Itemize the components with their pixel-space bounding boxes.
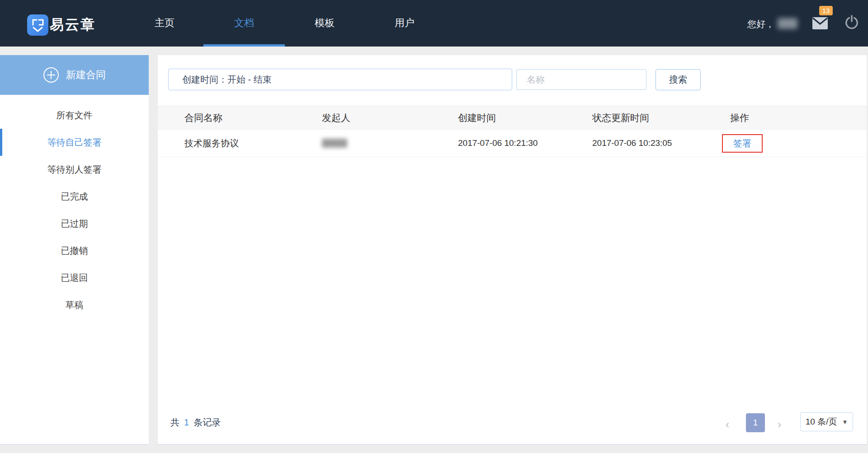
col-actions: 操作 bbox=[730, 112, 867, 124]
cell-status-updated-time: 2017-07-06 10:23:05 bbox=[592, 138, 730, 148]
new-contract-button[interactable]: 新建合同 bbox=[0, 55, 149, 95]
page-size-select[interactable]: 10 条/页 ▼ bbox=[800, 412, 853, 431]
chevron-down-icon: ▼ bbox=[842, 419, 848, 425]
plus-circle-icon bbox=[43, 67, 59, 83]
nav-tab-users[interactable]: 用户 bbox=[377, 16, 432, 30]
col-status-updated-time: 状态更新时间 bbox=[592, 112, 730, 124]
sidebar-item-completed[interactable]: 已完成 bbox=[0, 183, 149, 210]
brand-name: 易云章 bbox=[50, 15, 96, 34]
cell-contract-name: 技术服务协议 bbox=[184, 137, 322, 149]
user-name-redacted bbox=[778, 18, 797, 29]
top-navbar: 易云章 主页 文档 模板 用户 您好， 13 bbox=[0, 0, 868, 47]
sidebar-menu: 所有文件 等待自己签署 等待别人签署 已完成 已过期 已撤销 已退回 草稿 bbox=[0, 102, 149, 318]
sidebar-item-all-files[interactable]: 所有文件 bbox=[0, 102, 149, 129]
active-tab-underline bbox=[203, 44, 285, 47]
user-greeting: 您好， bbox=[747, 18, 774, 30]
col-created-time: 创建时间 bbox=[458, 112, 592, 124]
record-count-number: 1 bbox=[184, 417, 189, 427]
pagination-page-1[interactable]: 1 bbox=[746, 413, 765, 432]
contracts-table: 合同名称 发起人 创建时间 状态更新时间 操作 技术服务协议 2017-07-0… bbox=[158, 106, 867, 157]
cell-created-time: 2017-07-06 10:21:30 bbox=[458, 138, 592, 148]
new-contract-label: 新建合同 bbox=[66, 68, 106, 82]
sign-action-link[interactable]: 签署 bbox=[733, 138, 751, 148]
mail-count-badge: 13 bbox=[819, 6, 833, 15]
content-panel: 搜索 合同名称 发起人 创建时间 状态更新时间 操作 技术服务协议 2017-0… bbox=[158, 55, 867, 445]
date-range-input[interactable] bbox=[168, 69, 512, 90]
record-count-prefix: 共 bbox=[170, 417, 179, 427]
sidebar-item-drafts[interactable]: 草稿 bbox=[0, 291, 149, 318]
brand-logo-icon bbox=[27, 14, 48, 36]
pagination-prev-icon[interactable]: ‹ bbox=[726, 419, 729, 430]
col-initiator: 发起人 bbox=[322, 112, 458, 124]
sidebar-item-expired[interactable]: 已过期 bbox=[0, 210, 149, 237]
table-header-row: 合同名称 发起人 创建时间 状态更新时间 操作 bbox=[158, 106, 867, 130]
mail-icon[interactable] bbox=[812, 17, 828, 29]
page-size-value: 10 条/页 bbox=[806, 416, 837, 428]
col-contract-name: 合同名称 bbox=[184, 112, 322, 124]
sidebar-item-revoked[interactable]: 已撤销 bbox=[0, 237, 149, 264]
contract-name-input[interactable] bbox=[516, 69, 646, 90]
logout-power-icon[interactable] bbox=[844, 15, 859, 29]
pagination-next-icon[interactable]: › bbox=[778, 419, 781, 430]
nav-tab-home[interactable]: 主页 bbox=[137, 16, 192, 30]
cell-initiator-redacted bbox=[322, 139, 458, 148]
sidebar-item-returned[interactable]: 已退回 bbox=[0, 264, 149, 291]
sidebar-item-awaiting-others-signature[interactable]: 等待别人签署 bbox=[0, 156, 149, 183]
nav-tab-documents[interactable]: 文档 bbox=[217, 16, 271, 30]
record-count-suffix: 条记录 bbox=[193, 417, 221, 427]
record-count: 共1条记录 bbox=[170, 416, 221, 429]
seal-logo-glyph bbox=[27, 14, 48, 36]
sign-action-highlight-box: 签署 bbox=[722, 134, 763, 153]
sidebar-item-awaiting-my-signature[interactable]: 等待自己签署 bbox=[0, 129, 149, 156]
search-button[interactable]: 搜索 bbox=[656, 69, 701, 90]
nav-tab-templates[interactable]: 模板 bbox=[297, 16, 352, 30]
table-row: 技术服务协议 2017-07-06 10:21:30 2017-07-06 10… bbox=[158, 130, 867, 157]
sidebar: 新建合同 所有文件 等待自己签署 等待别人签署 已完成 已过期 已撤销 已退回 … bbox=[0, 55, 149, 445]
